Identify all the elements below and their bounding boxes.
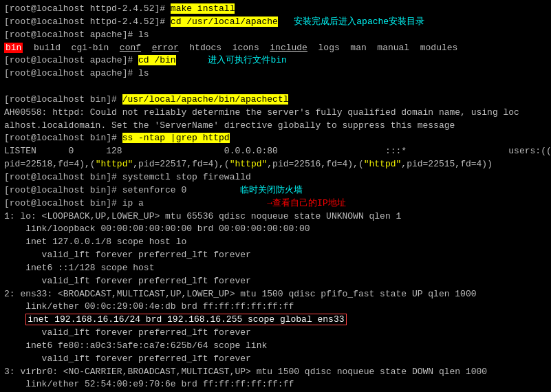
prompt-8: [root@localhost bin]#	[4, 94, 122, 105]
lo-header: 1: lo: <LOOPBACK,UP,LOWER_UP> mtu 65536 …	[4, 211, 401, 221]
cmd-ss: ss -ntap |grep httpd	[122, 133, 230, 143]
line-23: 2: ens33: <BROADCAST,MULTICAST,UP,LOWER_…	[4, 288, 547, 301]
line-27: inet6 fe80::a0c3:5afe:ca7e:625b/64 scope…	[4, 340, 547, 353]
line-16: [root@localhost bin]# ip a →查看自己的IP地址	[4, 197, 547, 210]
ens33-header: 2: ens33: <BROADCAST,MULTICAST,UP,LOWER_…	[4, 289, 477, 299]
prompt-11: [root@localhost bin]#	[4, 133, 122, 143]
prompt-1: [root@localhost httpd-2.4.52]#	[4, 3, 171, 14]
lo-valid: valid_lft forever preferred_lft forever	[4, 250, 251, 260]
line-29: 3: virbr0: <NO-CARRIER,BROADCAST,MULTICA…	[4, 366, 547, 379]
virbr0-header: 3: virbr0: <NO-CARRIER,BROADCAST,MULTICA…	[4, 367, 487, 377]
lo-valid6: valid_lft forever preferred_lft forever	[4, 276, 251, 286]
line-17: 1: lo: <LOOPBACK,UP,LOWER_UP> mtu 65536 …	[4, 210, 547, 224]
line-10: alhost.localdomain. Set the 'ServerName'…	[4, 120, 547, 133]
line-13: pid=22518,fd=4),("httpd",pid=22517,fd=4)…	[4, 158, 547, 171]
line-12: LISTEN 0 128 0.0.0.0:80 :::* users:(("ht…	[4, 145, 547, 158]
listen-output-1: LISTEN 0 128 0.0.0.0:80 :::* users:(("ht…	[4, 146, 551, 156]
line-5: [root@localhost apache]# cd /bin 进入可执行文件…	[4, 54, 547, 67]
ens33-inet6: inet6 fe80::a0c3:5afe:ca7e:625b/64 scope…	[4, 340, 267, 351]
cmd-stop-fw: systemctl stop firewalld	[122, 172, 251, 182]
cmd-ip-a: ip a	[122, 198, 144, 208]
line-6: [root@localhost apache]# ls	[4, 67, 547, 80]
ens33-inet-boxed: inet 192.168.16.16/24 brd 192.168.16.255…	[25, 314, 346, 325]
prompt-6: [root@localhost apache]#	[4, 68, 138, 78]
line-2: [root@localhost httpd-2.4.52]# cd /usr/l…	[4, 16, 547, 29]
ens33-link: link/ether 00:0c:29:00:4e:db brd ff:ff:f…	[4, 301, 294, 312]
ah-output-1: AH00558: httpd: Could not reliably deter…	[4, 107, 519, 118]
ens33-valid: valid_lft forever preferred_lft forever	[4, 327, 251, 338]
line-22: valid_lft forever preferred_lft forever	[4, 275, 547, 288]
line-19: inet 127.0.0.1/8 scope host lo	[4, 236, 547, 249]
line-3: [root@localhost apache]# ls	[4, 29, 547, 42]
prompt-5: [root@localhost apache]#	[4, 55, 138, 65]
ens33-valid6: valid_lft forever preferred_lft forever	[4, 353, 251, 364]
line-9: AH00558: httpd: Could not reliably deter…	[4, 107, 547, 120]
line-15: [root@localhost bin]# setenforce 0 临时关闭防…	[4, 184, 547, 197]
line-8: [root@localhost bin]# /usr/local/apache/…	[4, 94, 547, 107]
line-7	[4, 80, 547, 94]
line-28: valid_lft forever preferred_lft forever	[4, 353, 547, 366]
line-1: [root@localhost httpd-2.4.52]# make inst…	[4, 3, 547, 16]
annotation-bin: 进入可执行文件bin	[208, 55, 286, 65]
listen-output-2: pid=22518,fd=4),("httpd",pid=22517,fd=4)…	[4, 159, 493, 169]
lo-inet6: inet6 ::1/128 scope host	[4, 263, 154, 273]
line-25: inet 192.168.16.16/24 brd 192.168.16.255…	[4, 314, 547, 327]
prompt-3: [root@localhost apache]#	[4, 30, 138, 40]
line-4: bin build cgi-bin conf error htdocs icon…	[4, 42, 547, 55]
prompt-16: [root@localhost bin]#	[4, 198, 122, 208]
line-21: inet6 ::1/128 scope host	[4, 262, 547, 275]
ah-output-2: alhost.localdomain. Set the 'ServerName'…	[4, 120, 455, 131]
cmd-cd-apache: cd /usr/local/apache	[171, 17, 278, 27]
lo-inet: inet 127.0.0.1/8 scope host lo	[4, 237, 186, 247]
prompt-15: [root@localhost bin]#	[4, 185, 122, 195]
line-26: valid_lft forever preferred_lft forever	[4, 327, 547, 340]
cmd-ls-1: ls	[138, 30, 149, 40]
virbr0-link: link/ether 52:54:00:e9:70:6e brd ff:ff:f…	[4, 379, 294, 389]
line-18: link/loopback 00:00:00:00:00:00 brd 00:0…	[4, 223, 547, 236]
cmd-ls-2: ls	[138, 68, 149, 78]
line-30: link/ether 52:54:00:e9:70:6e brd ff:ff:f…	[4, 378, 547, 391]
cmd-apachectl: /usr/local/apache/bin/apachectl	[122, 94, 289, 105]
cmd-cd-bin: cd /bin	[138, 55, 176, 65]
cmd-setenforce: setenforce 0	[122, 185, 187, 195]
terminal: [root@localhost httpd-2.4.52]# make inst…	[0, 0, 551, 392]
ls-output: build cgi-bin conf error htdocs icons in…	[23, 43, 457, 53]
prompt-2: [root@localhost httpd-2.4.52]#	[4, 17, 171, 27]
line-14: [root@localhost bin]# systemctl stop fir…	[4, 171, 547, 184]
annotation-fw: 临时关闭防火墙	[240, 185, 303, 195]
line-20: valid_lft forever preferred_lft forever	[4, 249, 547, 262]
line-24: link/ether 00:0c:29:00:4e:db brd ff:ff:f…	[4, 301, 547, 314]
lo-link: link/loopback 00:00:00:00:00:00 brd 00:0…	[4, 224, 310, 234]
annotation-ip: →查看自己的IP地址	[267, 198, 345, 208]
line-11: [root@localhost bin]# ss -ntap |grep htt…	[4, 132, 547, 145]
annotation-install: 安装完成后进入apache安装目录	[294, 17, 424, 27]
prompt-14: [root@localhost bin]#	[4, 172, 122, 182]
cmd-make-install: make install	[171, 3, 235, 14]
bin-highlight: bin	[4, 43, 23, 53]
